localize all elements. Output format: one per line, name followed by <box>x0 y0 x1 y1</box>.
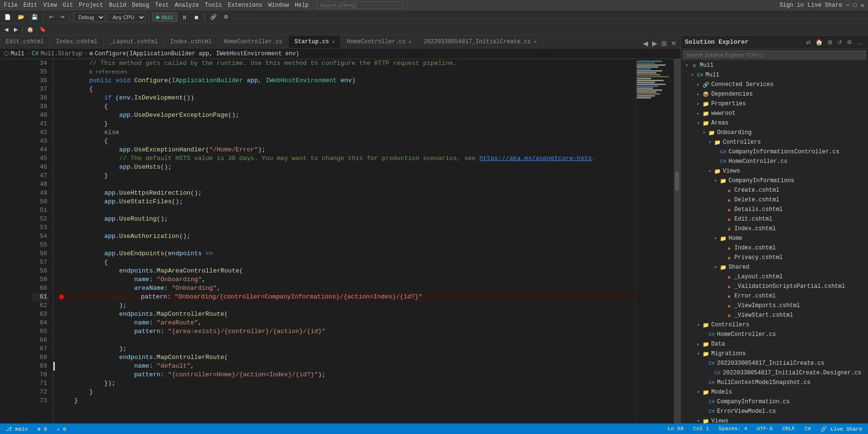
menu-extensions[interactable]: Extensions <box>228 2 263 9</box>
code-line-63[interactable]: endpoints.MapControllerRoute( <box>55 310 635 319</box>
bookmark[interactable]: 🔖 <box>37 25 49 34</box>
code-line-60[interactable]: areaName: "Onboarding", <box>55 284 635 293</box>
menu-file[interactable]: File <box>4 2 18 9</box>
back-button[interactable]: ◀ <box>2 25 11 34</box>
tree-item-company-info-model[interactable]: C#CompanyInformation.cs <box>681 397 868 407</box>
tree-arrow-areas[interactable]: ▾ <box>694 120 702 126</box>
tree-item-home-folder[interactable]: ▾📁Home <box>681 234 868 243</box>
tree-arrow-onboarding[interactable]: ▾ <box>700 130 708 136</box>
code-line-39[interactable]: { <box>55 102 635 111</box>
tree-item-migration-cs[interactable]: C#20220330054817_InitialCreate.cs <box>681 359 868 368</box>
tree-item-properties[interactable]: ▸📁Properties <box>681 99 868 109</box>
tree-item-company-informations-folder[interactable]: ▾📁CompanyInformations <box>681 176 868 186</box>
tab-close-startup[interactable]: ✕ <box>332 39 335 45</box>
code-line-51[interactable] <box>55 206 635 215</box>
tab-scroll-left[interactable]: ◀ <box>641 38 650 48</box>
window-minimize-button[interactable]: ─ <box>846 2 849 9</box>
status-col[interactable]: Col 1 <box>691 426 711 432</box>
tree-item-data-folder[interactable]: ▸📁Data <box>681 339 868 349</box>
code-line-71[interactable]: }); <box>55 379 635 388</box>
tree-arrow-models-folder[interactable]: ▾ <box>694 389 702 395</box>
code-line-41[interactable]: } <box>55 120 635 128</box>
menu-build[interactable]: Build <box>109 2 126 9</box>
code-content[interactable]: // This method gets called by the runtim… <box>55 59 635 434</box>
toolbar-open[interactable]: 📂 <box>15 12 27 22</box>
code-line-50[interactable]: app.UseStaticFiles(); <box>55 198 635 206</box>
global-search-input[interactable] <box>316 1 403 9</box>
live-share-button[interactable]: Live Share <box>807 2 842 9</box>
code-line-68[interactable]: endpoints.MapControllerRoute( <box>55 353 635 362</box>
status-errors[interactable]: ⊗ 0 <box>36 426 49 432</box>
tree-item-layout-cshtml[interactable]: ◈_Layout.cshtml <box>681 272 868 282</box>
code-line-73[interactable]: } <box>55 397 635 405</box>
tree-item-home-ctrl-main[interactable]: C#HomeController.cs <box>681 330 868 339</box>
tab-close-initial[interactable]: ✕ <box>534 39 537 45</box>
tree-item-migration-designer[interactable]: C#20220330054817_InitialCreate.Designer.… <box>681 368 868 378</box>
toolbar-new-project[interactable]: 📄 <box>2 12 13 22</box>
code-line-40[interactable]: app.UseDeveloperExceptionPage(); <box>55 111 635 120</box>
tab-scroll-right[interactable]: ▶ <box>650 38 659 48</box>
tree-arrow-data-folder[interactable]: ▸ <box>694 341 702 347</box>
code-line-46[interactable]: app.UseHsts(); <box>55 163 635 172</box>
menu-bar[interactable]: File Edit View Git Project Build Debug T… <box>4 2 309 9</box>
tab-initial-create[interactable]: 20220330054817_InitialCreate.cs ✕ <box>418 36 543 48</box>
tree-arrow-home-folder[interactable]: ▾ <box>712 236 719 241</box>
tree-arrow-migrations-folder[interactable]: ▾ <box>694 351 702 357</box>
tree-arrow-wwwroot[interactable]: ▸ <box>694 111 702 116</box>
menu-view[interactable]: View <box>43 2 57 9</box>
window-maximize-button[interactable]: □ <box>854 2 857 9</box>
menu-edit[interactable]: Edit <box>24 2 38 9</box>
tree-item-areas[interactable]: ▾📁Areas <box>681 118 868 128</box>
menu-project[interactable]: Project <box>79 2 103 9</box>
tab-homecontroller2[interactable]: HomeController.cs ✕ <box>341 36 417 48</box>
status-line-endings[interactable]: CRLF <box>780 426 797 432</box>
se-settings-button[interactable]: ⚙ <box>845 38 854 46</box>
code-line-59[interactable]: name: "Onboarding", <box>55 275 635 284</box>
tree-item-dependencies[interactable]: ▸📦Dependencies <box>681 89 868 99</box>
code-line-48[interactable] <box>55 180 635 189</box>
tree-arrow-dependencies[interactable]: ▸ <box>694 91 702 97</box>
scrollbar-thumb[interactable] <box>675 172 679 191</box>
breadcrumb-part1[interactable]: Mul1 <box>11 50 25 57</box>
tree-item-shared-folder[interactable]: ▾📁Shared <box>681 262 868 272</box>
tab-edit-cshtml[interactable]: Edit.cshtml <box>0 36 50 48</box>
editor-scrollbar[interactable] <box>674 59 680 434</box>
status-live-share[interactable]: 🔗 Live Share <box>818 426 864 432</box>
menu-tools[interactable]: Tools <box>205 2 222 9</box>
tree-item-viewimports-cshtml[interactable]: ◈_ViewImports.cshtml <box>681 301 868 310</box>
status-spaces[interactable]: Spaces: 4 <box>717 426 749 432</box>
code-line-66[interactable] <box>55 336 635 345</box>
tree-arrow-company-informations-folder[interactable]: ▾ <box>712 178 719 184</box>
solution-search-input[interactable] <box>683 50 866 59</box>
sign-in-button[interactable]: Sign in <box>780 2 804 9</box>
toolbar-undo[interactable]: ↩ <box>47 12 56 22</box>
tree-item-viewstart-cshtml[interactable]: ◈_ViewStart.cshtml <box>681 310 868 320</box>
tree-item-mul1-proj[interactable]: ▾C#Mul1 <box>681 70 868 80</box>
tree-item-connected-services[interactable]: ▸🔗Connected Services <box>681 80 868 89</box>
status-language[interactable]: C# <box>803 426 813 432</box>
breakpoint-icon-61[interactable] <box>59 295 64 299</box>
toolbar-redo[interactable]: ↪ <box>58 12 67 22</box>
se-sync-button[interactable]: ⇄ <box>805 38 812 46</box>
platform-dropdown[interactable]: Any CPU <box>107 12 146 22</box>
tree-item-error-cshtml[interactable]: ◈Error.cshtml <box>681 291 868 301</box>
code-line-53[interactable] <box>55 223 635 232</box>
tree-item-wwwroot[interactable]: ▸📁wwwroot <box>681 109 868 118</box>
tree-item-create-cshtml[interactable]: ◈Create.cshtml <box>681 186 868 195</box>
tree-item-controllers-main[interactable]: ▾📁Controllers <box>681 320 868 330</box>
tab-index2-cshtml[interactable]: Index.cshtml <box>164 36 217 48</box>
tree-item-migrations-folder[interactable]: ▾📁Migrations <box>681 349 868 359</box>
tab-close-home2[interactable]: ✕ <box>409 39 412 45</box>
tab-index-cshtml[interactable]: Index.cshtml <box>50 36 103 48</box>
code-line-34[interactable]: // This method gets called by the runtim… <box>55 59 635 68</box>
code-line-69[interactable]: name: "default", <box>55 362 635 371</box>
code-line-70[interactable]: pattern: "{controller=Home}/{action=Inde… <box>55 371 635 379</box>
menu-test[interactable]: Test <box>155 2 169 9</box>
code-line-47[interactable]: } <box>55 172 635 180</box>
toolbar-more[interactable]: ⚙ <box>221 12 231 22</box>
tab-startup-cs[interactable]: Startup.cs ✕ <box>289 36 341 48</box>
status-branch[interactable]: ⎇ main <box>4 426 30 432</box>
code-line-62[interactable]: ); <box>55 301 635 310</box>
tree-arrow-views-onboarding[interactable]: ▾ <box>706 168 714 174</box>
code-line-45[interactable]: // The default HSTS value is 30 days. Yo… <box>55 154 635 163</box>
